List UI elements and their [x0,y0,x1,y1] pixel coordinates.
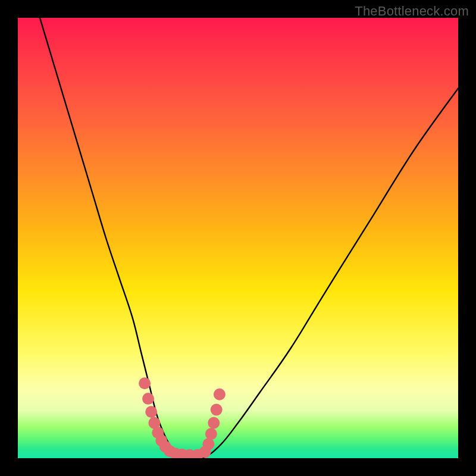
highlight-dot [142,393,154,405]
bottleneck-curve [40,18,458,458]
plot-area [18,18,458,458]
highlight-dot [145,406,157,418]
highlight-dot [202,438,214,450]
highlight-dot [205,428,217,440]
watermark-text: TheBottleneck.com [355,4,469,19]
highlight-dot [211,404,223,416]
highlight-dot [214,389,226,400]
curve-layer [18,18,458,458]
chart-frame: TheBottleneck.com [0,0,476,476]
highlight-dot [139,377,151,389]
highlight-dot [208,417,220,429]
highlight-dots [139,377,226,458]
